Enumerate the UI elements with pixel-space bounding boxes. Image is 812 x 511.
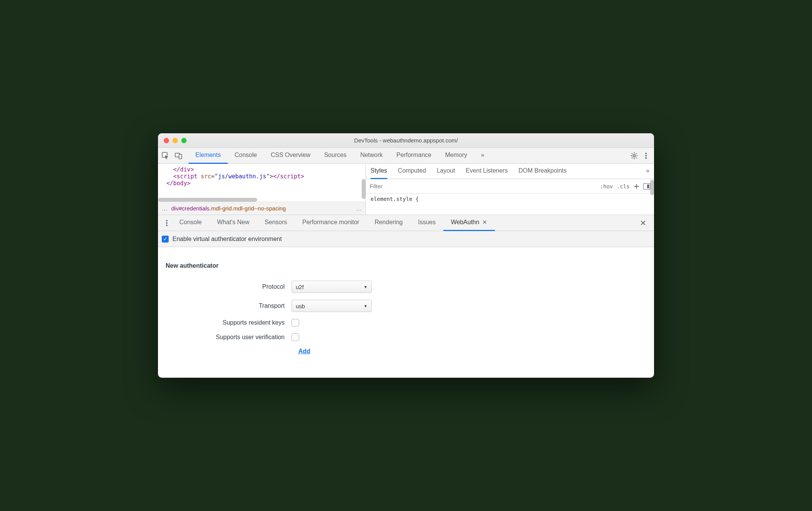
device-toolbar-icon[interactable] bbox=[175, 152, 182, 160]
toggle-panel-icon[interactable] bbox=[643, 183, 650, 189]
svg-line-9 bbox=[636, 157, 636, 158]
caret-down-icon: ▼ bbox=[364, 304, 367, 308]
tab-network[interactable]: Network bbox=[353, 148, 390, 164]
breadcrumb-node[interactable]: div#credentials.mdl-grid.mdl-grid--no-sp… bbox=[171, 205, 286, 212]
drawer-tab-sensors[interactable]: Sensors bbox=[257, 215, 295, 231]
gear-icon[interactable] bbox=[630, 152, 638, 160]
user-verification-label: Supports user verification bbox=[166, 334, 292, 341]
style-rule[interactable]: element.style { bbox=[366, 194, 654, 204]
user-verification-row: Supports user verification bbox=[166, 333, 646, 341]
tab-console[interactable]: Console bbox=[228, 148, 264, 164]
protocol-select[interactable]: u2f ▼ bbox=[292, 281, 372, 293]
enable-virtual-authenticator-label: Enable virtual authenticator environment bbox=[172, 236, 282, 243]
hov-toggle[interactable]: :hov bbox=[600, 183, 613, 189]
protocol-label: Protocol bbox=[166, 283, 292, 290]
devtools-window: DevTools - webauthndemo.appspot.com/ Ele… bbox=[158, 133, 654, 378]
drawer-tab-console[interactable]: Console bbox=[172, 215, 209, 231]
sidebar-tab-styles[interactable]: Styles bbox=[371, 164, 387, 179]
user-verification-checkbox[interactable] bbox=[292, 333, 299, 341]
sidebar-tab-computed[interactable]: Computed bbox=[398, 164, 426, 179]
sidebar-tab-layout[interactable]: Layout bbox=[437, 164, 455, 179]
horizontal-scrollbar[interactable] bbox=[158, 198, 257, 202]
close-drawer-icon[interactable]: ✕ bbox=[636, 218, 650, 228]
inspect-element-icon[interactable] bbox=[162, 152, 169, 160]
tabs-overflow[interactable]: » bbox=[474, 148, 491, 164]
breadcrumb: … div#credentials.mdl-grid.mdl-grid--no-… bbox=[158, 202, 366, 215]
styles-filter-input[interactable] bbox=[370, 183, 596, 189]
inspect-tools bbox=[162, 152, 188, 160]
transport-select[interactable]: usb ▼ bbox=[292, 300, 372, 312]
window-title: DevTools - webauthndemo.appspot.com/ bbox=[158, 137, 654, 144]
sidebar-tab-dom-breakpoints[interactable]: DOM Breakpoints bbox=[519, 164, 567, 179]
caret-down-icon: ▼ bbox=[364, 285, 367, 289]
tab-memory[interactable]: Memory bbox=[438, 148, 474, 164]
new-authenticator-title: New authenticator bbox=[166, 262, 646, 269]
traffic-lights bbox=[158, 138, 187, 143]
svg-point-3 bbox=[633, 155, 635, 157]
dom-tree-pane: </div> <script src="js/webauthn.js"></sc… bbox=[158, 164, 366, 215]
styles-sidebar: Styles Computed Layout Event Listeners D… bbox=[366, 164, 654, 215]
breadcrumb-prev[interactable]: … bbox=[162, 205, 168, 212]
resident-keys-label: Supports resident keys bbox=[166, 319, 292, 326]
svg-point-14 bbox=[645, 157, 647, 159]
tab-css-overview[interactable]: CSS Overview bbox=[264, 148, 317, 164]
drawer-tabs: Console What's New Sensors Performance m… bbox=[158, 215, 654, 231]
add-authenticator-button[interactable]: Add bbox=[298, 348, 646, 355]
drawer-tab-webauthn[interactable]: WebAuthn ✕ bbox=[443, 215, 495, 231]
tab-sources[interactable]: Sources bbox=[317, 148, 353, 164]
svg-point-18 bbox=[166, 222, 168, 224]
svg-line-8 bbox=[632, 153, 633, 154]
titlebar: DevTools - webauthndemo.appspot.com/ bbox=[158, 133, 654, 148]
tab-elements[interactable]: Elements bbox=[188, 148, 228, 164]
svg-line-10 bbox=[632, 157, 633, 158]
close-tab-icon[interactable]: ✕ bbox=[482, 219, 487, 226]
enable-virtual-authenticator-checkbox[interactable]: ✓ bbox=[162, 236, 169, 243]
resident-keys-checkbox[interactable] bbox=[292, 319, 299, 327]
drawer-tab-whatsnew[interactable]: What's New bbox=[209, 215, 257, 231]
dom-tree[interactable]: </div> <script src="js/webauthn.js"></sc… bbox=[158, 164, 366, 202]
elements-split: </div> <script src="js/webauthn.js"></sc… bbox=[158, 164, 654, 215]
sidebar-tabs: Styles Computed Layout Event Listeners D… bbox=[366, 164, 654, 179]
sidebar-tab-overflow[interactable]: » bbox=[646, 164, 649, 179]
drawer-tab-rendering[interactable]: Rendering bbox=[367, 215, 411, 231]
tab-performance[interactable]: Performance bbox=[390, 148, 438, 164]
drawer-kebab-icon[interactable] bbox=[162, 219, 172, 227]
protocol-row: Protocol u2f ▼ bbox=[166, 281, 646, 293]
transport-row: Transport usb ▼ bbox=[166, 300, 646, 312]
kebab-menu-icon[interactable] bbox=[645, 152, 647, 160]
styles-filter-row: :hov .cls bbox=[366, 179, 654, 194]
drawer-tab-perfmon[interactable]: Performance monitor bbox=[295, 215, 367, 231]
cls-toggle[interactable]: .cls bbox=[617, 183, 630, 189]
webauthn-body: New authenticator Protocol u2f ▼ Transpo… bbox=[158, 247, 654, 378]
sidebar-tab-event-listeners[interactable]: Event Listeners bbox=[466, 164, 508, 179]
svg-point-13 bbox=[645, 155, 647, 157]
close-window-button[interactable] bbox=[164, 138, 169, 143]
maximize-window-button[interactable] bbox=[181, 138, 187, 143]
drawer-tab-issues[interactable]: Issues bbox=[410, 215, 443, 231]
main-tabs: Elements Console CSS Overview Sources Ne… bbox=[158, 148, 654, 164]
breadcrumb-next[interactable]: … bbox=[356, 205, 362, 212]
svg-point-17 bbox=[166, 220, 168, 222]
transport-label: Transport bbox=[166, 302, 292, 309]
svg-point-12 bbox=[645, 153, 647, 154]
sidebar-scrollbar[interactable] bbox=[650, 180, 654, 195]
resident-keys-row: Supports resident keys bbox=[166, 319, 646, 327]
svg-rect-2 bbox=[179, 154, 182, 159]
svg-point-19 bbox=[166, 225, 168, 226]
plus-icon[interactable] bbox=[633, 183, 640, 189]
minimize-window-button[interactable] bbox=[172, 138, 178, 143]
svg-line-11 bbox=[636, 153, 636, 154]
webauthn-toolbar: ✓ Enable virtual authenticator environme… bbox=[158, 231, 654, 247]
vertical-scrollbar[interactable] bbox=[362, 179, 366, 199]
